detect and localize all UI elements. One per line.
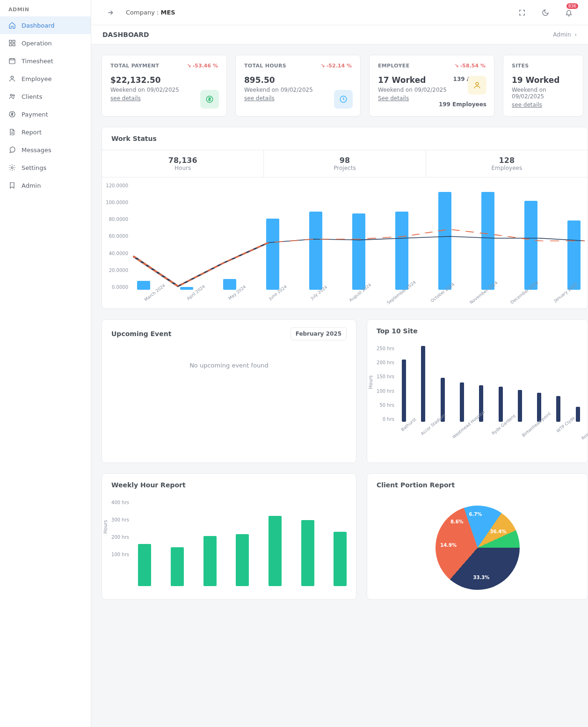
pie-label: 14.9% bbox=[440, 543, 457, 548]
svg-point-7 bbox=[13, 95, 15, 96]
weekly-hour-card: Weekly Hour Report Hours 400 hrs300 hrs2… bbox=[102, 473, 356, 600]
bar bbox=[269, 516, 282, 586]
stat-delta: ↘ -52.14 % bbox=[321, 63, 352, 69]
dollar-icon bbox=[8, 110, 16, 118]
sidebar-item-label: Report bbox=[22, 129, 42, 136]
bar bbox=[421, 346, 425, 422]
weekly-hour-chart: Hours 400 hrs300 hrs200 hrs100 hrs bbox=[102, 496, 356, 590]
svg-point-6 bbox=[10, 94, 12, 96]
arrow-right-icon[interactable] bbox=[102, 5, 118, 21]
sidebar-item-label: Admin bbox=[22, 182, 41, 189]
period-select[interactable]: February 2025 bbox=[290, 327, 347, 340]
company-name: MES bbox=[161, 9, 175, 16]
panel-title: Client Portion Report bbox=[377, 481, 455, 489]
sidebar-item-employee[interactable]: Employee bbox=[0, 70, 91, 88]
stat-label: SITES bbox=[512, 63, 529, 69]
company-label: Company : MES bbox=[126, 9, 175, 16]
pie-label: 8.6% bbox=[450, 519, 464, 524]
bar bbox=[171, 547, 184, 586]
sidebar-item-label: Employee bbox=[22, 75, 51, 82]
work-status-tab[interactable]: 128Employees bbox=[426, 150, 588, 177]
bell-icon[interactable]: 836 bbox=[561, 5, 577, 21]
work-status-tab[interactable]: 78,136Hours bbox=[102, 150, 264, 177]
page-header: DASHBOARD Admin › bbox=[91, 25, 588, 44]
stat-extra: 199 Employees bbox=[439, 101, 486, 108]
stat-row: TOTAL PAYMENT ↘ -53.46 % $22,132.50 Week… bbox=[102, 55, 588, 117]
bar bbox=[402, 360, 406, 422]
sidebar-item-label: Payment bbox=[22, 111, 48, 118]
work-status-tab[interactable]: 98Projects bbox=[264, 150, 426, 177]
clock-icon bbox=[334, 90, 353, 109]
page-title: DASHBOARD bbox=[102, 31, 149, 38]
bar bbox=[499, 387, 503, 422]
pie-label: 36.4% bbox=[490, 529, 507, 534]
notification-badge: 836 bbox=[566, 3, 578, 9]
svg-point-9 bbox=[11, 167, 13, 169]
bar bbox=[518, 390, 522, 422]
bar bbox=[556, 396, 560, 422]
users-icon bbox=[8, 93, 16, 100]
sidebar-item-dashboard[interactable]: Dashboard bbox=[0, 16, 91, 34]
file-icon bbox=[8, 128, 16, 136]
client-portion-card: Client Portion Report 36.4%33.3%14.9%8.6… bbox=[367, 473, 588, 600]
svg-point-5 bbox=[11, 76, 13, 79]
company-prefix: Company : bbox=[126, 9, 161, 16]
sidebar-item-admin[interactable]: Admin bbox=[0, 176, 91, 194]
pie-label: 6.7% bbox=[469, 512, 482, 517]
see-details-link[interactable]: see details bbox=[512, 102, 542, 108]
stat-label: TOTAL HOURS bbox=[244, 63, 286, 69]
bar bbox=[236, 534, 249, 586]
stat-sites: SITES 19 Worked Weekend on 09/02/2025 se… bbox=[503, 55, 583, 117]
svg-rect-3 bbox=[13, 44, 15, 46]
stat-delta: ↘ -53.46 % bbox=[187, 63, 218, 69]
svg-rect-1 bbox=[13, 40, 15, 43]
stat-label: EMPLOYEE bbox=[378, 63, 410, 69]
see-details-link[interactable]: see details bbox=[244, 95, 275, 102]
home-icon bbox=[8, 22, 16, 29]
stat-total-payment: TOTAL PAYMENT ↘ -53.46 % $22,132.50 Week… bbox=[102, 55, 227, 117]
panel-title: Top 10 Site bbox=[377, 327, 418, 335]
svg-rect-4 bbox=[9, 59, 15, 64]
moon-icon[interactable] bbox=[537, 5, 553, 21]
tab-label: Hours bbox=[102, 165, 263, 171]
stat-value: $22,132.50 bbox=[110, 75, 218, 85]
panel-title: Work Status bbox=[102, 127, 588, 150]
see-details-link[interactable]: see details bbox=[110, 95, 141, 102]
tab-label: Employees bbox=[426, 165, 588, 171]
bar bbox=[334, 532, 347, 586]
tab-value: 128 bbox=[426, 156, 588, 165]
sidebar-item-messages[interactable]: Messages bbox=[0, 141, 91, 159]
top10-site-card: Top 10 Site Hours 250 hrs200 hrs150 hrs1… bbox=[367, 319, 588, 463]
upcoming-event-card: Upcoming Event February 2025 No upcoming… bbox=[102, 319, 356, 463]
stat-sub: Weekend on 09/02/2025 bbox=[512, 87, 574, 100]
bookmark-icon bbox=[8, 182, 16, 189]
breadcrumb[interactable]: Admin › bbox=[553, 31, 577, 38]
sidebar-section-label: ADMIN bbox=[0, 0, 91, 16]
sidebar-item-timesheet[interactable]: Timesheet bbox=[0, 52, 91, 70]
sidebar-item-label: Clients bbox=[22, 93, 42, 100]
stat-value: 895.50 bbox=[244, 75, 352, 85]
dollar-icon bbox=[200, 90, 219, 109]
bar bbox=[138, 544, 151, 586]
sidebar-item-operation[interactable]: Operation bbox=[0, 34, 91, 52]
gear-icon bbox=[8, 164, 16, 171]
sidebar-item-label: Dashboard bbox=[22, 22, 55, 29]
sidebar-item-report[interactable]: Report bbox=[0, 123, 91, 141]
sidebar-item-settings[interactable]: Settings bbox=[0, 159, 91, 176]
fullscreen-icon[interactable] bbox=[514, 5, 530, 21]
sidebar-item-label: Messages bbox=[22, 147, 51, 154]
svg-rect-0 bbox=[9, 40, 12, 43]
sidebar-item-clients[interactable]: Clients bbox=[0, 88, 91, 105]
sidebar-item-label: Operation bbox=[22, 40, 52, 47]
tab-value: 78,136 bbox=[102, 156, 263, 165]
sidebar-item-payment[interactable]: Payment bbox=[0, 105, 91, 123]
svg-rect-2 bbox=[9, 44, 12, 46]
tab-label: Projects bbox=[264, 165, 425, 171]
panel-title: Weekly Hour Report bbox=[111, 481, 186, 489]
see-details-link[interactable]: See details bbox=[378, 95, 409, 102]
pie-label: 33.3% bbox=[473, 575, 490, 580]
sidebar-item-label: Settings bbox=[22, 164, 46, 171]
stat-delta: ↘ -58.54 % bbox=[455, 63, 486, 69]
sidebar-item-label: Timesheet bbox=[22, 58, 53, 65]
panel-title: Upcoming Event bbox=[111, 330, 171, 338]
